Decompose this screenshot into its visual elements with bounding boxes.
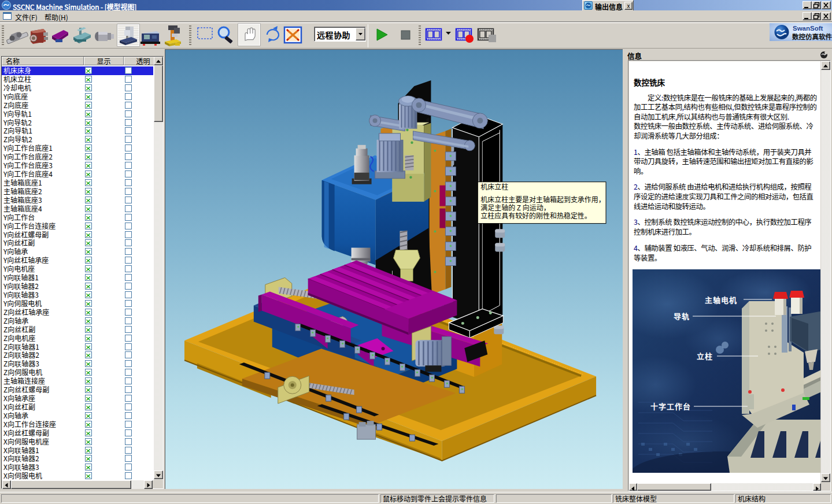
svg-text:导轨: 导轨: [674, 310, 690, 321]
svg-text:十字工作台: 十字工作台: [650, 401, 691, 412]
svg-text:立柱应具有较好的刚性和热稳定性。: 立柱应具有较好的刚性和热稳定性。: [480, 210, 591, 220]
svg-text:主轴电机: 主轴电机: [705, 294, 737, 305]
svg-text:立柱: 立柱: [697, 350, 713, 361]
svg-text:机床立柱: 机床立柱: [480, 181, 508, 191]
